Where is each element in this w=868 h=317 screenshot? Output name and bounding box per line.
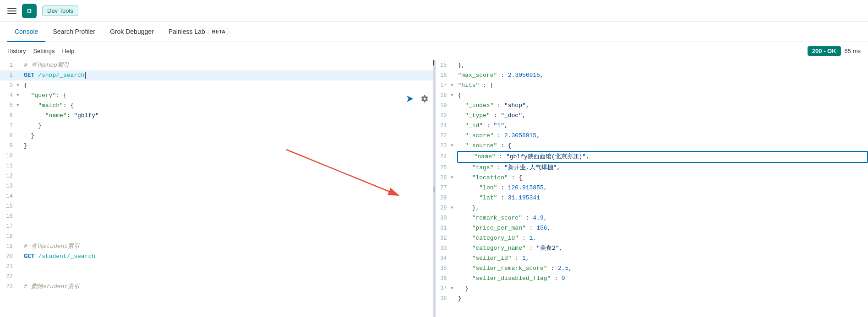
code-text-1: # 查询shop索引 [23, 60, 434, 70]
resp-line-29: 29 ▼ }, [434, 203, 868, 213]
resp-line-24: 24 "name" : "gblfy陕西面馆(北京亦庄)", [434, 151, 868, 163]
code-text-9: } [23, 141, 434, 151]
line-num-6: 6 [0, 111, 16, 121]
code-text-4: "query": { [23, 91, 434, 101]
settings-icon-button[interactable] [418, 92, 431, 105]
resp-line-30: 30 "remark_score" : 4.9, [434, 213, 868, 223]
editor-line-8[interactable]: 8 } [0, 131, 434, 141]
editor-line-13: 13 [0, 181, 434, 191]
status-ok-badge: 200 - OK [808, 46, 841, 56]
editor-line-3[interactable]: 3 ▼ { [0, 81, 434, 91]
send-request-button[interactable] [404, 92, 416, 105]
resp-line-20: 20 "_type" : "_doc", [434, 111, 868, 121]
resp-line-37: 37 ▼ } [434, 284, 868, 294]
editor-line-20[interactable]: 20 GET /student/_search [0, 252, 434, 262]
editor-line-4[interactable]: 4 ▼ "query": { [0, 91, 434, 101]
code-text-2: GET /shop/_search [23, 70, 434, 81]
tab-console[interactable]: Console [7, 22, 45, 42]
editor-line-2[interactable]: 2 GET /shop/_search [0, 70, 434, 81]
line-num-19: 19 [0, 242, 16, 252]
resp-line-16: 16 "max_score" : 2.3056915, [434, 70, 868, 81]
code-text-5: "match": { [23, 101, 434, 111]
tab-grok-debugger[interactable]: Grok Debugger [103, 22, 161, 42]
svg-marker-0 [407, 96, 413, 102]
editor-line-12: 12 [0, 171, 434, 181]
settings-button[interactable]: Settings [33, 48, 55, 54]
code-text-23: # 删除student索引 [23, 282, 434, 292]
resp-line-35: 35 "seller_remark_score" : 2.5, [434, 263, 868, 274]
editor-line-19[interactable]: 19 # 查询student索引 [0, 242, 434, 252]
editor-line-1[interactable]: 1 # 查询shop索引 [0, 60, 434, 70]
resp-line-26: 26 ▼ "location" : { [434, 173, 868, 183]
resp-line-18: 18 ▼ { [434, 91, 868, 101]
resp-line-17: 17 ▼ "hits" : [ [434, 81, 868, 91]
resp-line-27: 27 "lon" : 120.915855, [434, 183, 868, 193]
editor-line-7[interactable]: 7 } [0, 121, 434, 131]
editor-panel: 1 # 查询shop索引 2 GET /shop/_search 3 ▼ { 4… [0, 60, 434, 317]
resp-line-25: 25 "tags" : "新开业,人气爆棚", [434, 163, 868, 173]
line-num-1: 1 [0, 60, 16, 70]
resp-line-15: 15 }, [434, 60, 868, 70]
resp-line-28: 28 "lat" : 31.195341 [434, 193, 868, 203]
code-text-8: } [23, 131, 434, 141]
nav-tabs: Console Search Profiler Grok Debugger Pa… [0, 22, 868, 42]
line-num-8: 8 [0, 131, 16, 141]
fold-5[interactable]: ▼ [16, 101, 23, 111]
resp-line-38: 38 } [434, 294, 868, 304]
editor-line-21: 21 [0, 262, 434, 272]
tab-search-profiler[interactable]: Search Profiler [45, 22, 103, 42]
panel-splitter[interactable] [433, 60, 436, 317]
editor-line-6[interactable]: 6 "name": "gblfy" [0, 111, 434, 121]
app-avatar: D [22, 4, 37, 18]
resp-line-23: 23 ▼ "_source" : { [434, 141, 868, 151]
resp-line-34: 34 "seller_id" : 1, [434, 253, 868, 263]
fold-3[interactable]: ▼ [16, 81, 23, 91]
status-time: 65 ms [845, 48, 861, 54]
code-text-3: { [23, 81, 434, 91]
editor-line-15: 15 [0, 201, 434, 211]
fold-4[interactable]: ▼ [16, 91, 23, 101]
editor-line-18: 18 [0, 231, 434, 242]
toolbar: History Settings Help 200 - OK 65 ms [0, 42, 868, 60]
line-num-7: 7 [0, 121, 16, 131]
main-content: 1 # 查询shop索引 2 GET /shop/_search 3 ▼ { 4… [0, 60, 868, 317]
help-button[interactable]: Help [62, 48, 74, 54]
editor-line-11: 11 [0, 161, 434, 171]
editor-line-16: 16 [0, 211, 434, 221]
history-button[interactable]: History [7, 48, 26, 54]
code-text-19: # 查询student索引 [23, 242, 434, 252]
code-text-6: "name": "gblfy" [23, 111, 434, 121]
resp-line-32: 32 "category_id" : 1, [434, 233, 868, 243]
editor-line-17: 17 [0, 221, 434, 231]
beta-badge: BETA [208, 28, 229, 35]
send-button-area: Click to send request [404, 73, 431, 105]
hamburger-icon[interactable] [7, 6, 16, 16]
response-panel: 15 }, 16 "max_score" : 2.3056915, 17 ▼ "… [434, 60, 868, 317]
top-bar: D Dev Tools [0, 0, 868, 22]
line-num-5: 5 [0, 101, 16, 111]
line-num-4: 4 [0, 91, 16, 101]
resp-line-33: 33 "category_name" : "美食2", [434, 243, 868, 253]
app-title[interactable]: Dev Tools [42, 5, 78, 16]
resp-line-22: 22 "_score" : 2.3056915, [434, 131, 868, 141]
editor-line-10: 10 [0, 151, 434, 161]
editor-content[interactable]: 1 # 查询shop索引 2 GET /shop/_search 3 ▼ { 4… [0, 60, 434, 317]
editor-line-14: 14 [0, 191, 434, 201]
resp-line-36: 36 "seller_disabled_flag" : 0 [434, 274, 868, 284]
editor-line-9[interactable]: 9 } [0, 141, 434, 151]
response-content[interactable]: 15 }, 16 "max_score" : 2.3056915, 17 ▼ "… [434, 60, 868, 317]
editor-line-5[interactable]: 5 ▼ "match": { [0, 101, 434, 111]
code-text-20: GET /student/_search [23, 252, 434, 262]
tab-painless-lab[interactable]: Painless Lab BETA [161, 22, 237, 42]
line-num-23: 23 [0, 282, 16, 292]
resp-line-31: 31 "price_per_man" : 156, [434, 223, 868, 233]
code-text-7: } [23, 121, 434, 131]
resp-line-19: 19 "_index" : "shop", [434, 101, 868, 111]
line-num-3: 3 [0, 81, 16, 91]
line-num-20: 20 [0, 252, 16, 262]
tooltip-container: Click to send request [404, 73, 431, 105]
resp-line-21: 21 "_id" : "1", [434, 121, 868, 131]
editor-line-23[interactable]: 23 # 删除student索引 [0, 282, 434, 292]
editor-line-22: 22 [0, 272, 434, 282]
line-num-9: 9 [0, 141, 16, 151]
